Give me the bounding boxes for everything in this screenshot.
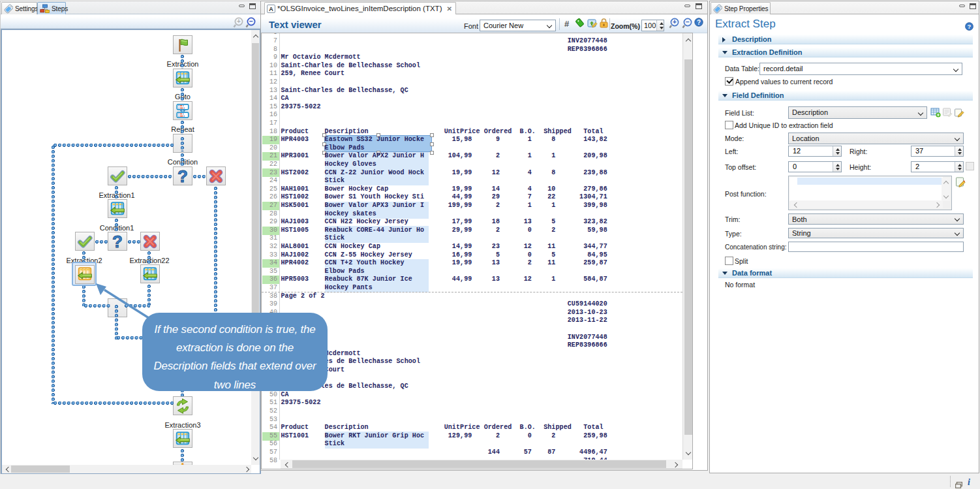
svg-text:?: ? <box>177 168 188 185</box>
svg-text:?: ? <box>968 23 972 30</box>
svg-text:+: + <box>237 18 241 25</box>
svg-text:−: − <box>249 18 253 25</box>
svg-text:+: + <box>673 18 677 25</box>
svg-text:?: ? <box>112 233 123 250</box>
svg-text:A: A <box>269 5 273 12</box>
svg-text:−: − <box>686 18 690 25</box>
svg-text:?: ? <box>697 19 701 26</box>
